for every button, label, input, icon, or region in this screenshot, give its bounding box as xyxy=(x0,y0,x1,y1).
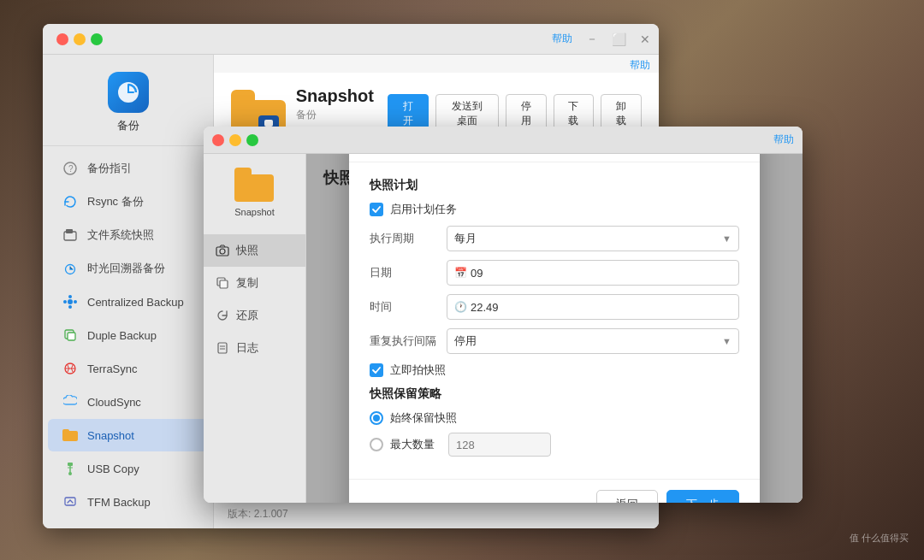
immediate-label: 立即拍快照 xyxy=(390,363,446,378)
dialog-titlebar: 创建快照任务 × xyxy=(349,154,760,162)
dialog-body: 快照计划 启用计划任务 执行周期 每月 xyxy=(349,162,760,479)
usbcopy-label: USB Copy xyxy=(87,463,139,475)
next-button[interactable]: 下一步 xyxy=(666,490,739,503)
sidebar-item-duple[interactable]: Duple Backup xyxy=(48,319,208,351)
enable-schedule-checkbox[interactable] xyxy=(370,203,383,216)
nav-item-restore[interactable]: 还原 xyxy=(204,299,305,332)
svg-rect-12 xyxy=(68,333,75,340)
sidebar-item-tfm[interactable]: TFM Backup xyxy=(48,486,208,518)
sidebar-item-snapshot[interactable]: Snapshot xyxy=(48,419,208,451)
expand-icon[interactable]: ⬜ xyxy=(612,32,626,46)
svg-point-8 xyxy=(68,305,72,309)
svg-rect-21 xyxy=(220,280,228,288)
schedule-section-title: 快照计划 xyxy=(370,178,739,193)
minimize-icon[interactable]: － xyxy=(586,32,598,47)
period-select[interactable]: 每月 ▼ xyxy=(447,226,739,251)
usb-icon xyxy=(62,460,79,477)
date-row: 日期 📅 09 xyxy=(370,260,739,286)
snap-minimize-btn[interactable] xyxy=(229,134,241,146)
sidebar-item-centralized[interactable]: Centralized Backup xyxy=(48,286,208,318)
app-sub: 备份 xyxy=(296,108,374,122)
immediate-row: 立即拍快照 xyxy=(370,363,739,378)
sidebar-item-timemachine[interactable]: 时光回溯器备份 xyxy=(48,252,208,285)
period-chevron: ▼ xyxy=(722,233,732,244)
main-titlebar: 帮助 － ⬜ ✕ xyxy=(43,24,659,55)
nav-log-label: 日志 xyxy=(236,340,258,356)
maximize-btn[interactable] xyxy=(91,33,103,45)
snap-icon-area: Snapshot xyxy=(234,168,275,217)
nav-item-snapshot[interactable]: 快照 xyxy=(204,234,305,267)
restore-icon xyxy=(216,309,229,322)
snap-close-btn[interactable] xyxy=(212,134,224,146)
max-count-row: 最大数量 xyxy=(370,433,739,457)
sidebar-item-cloudsync[interactable]: CloudSync xyxy=(48,386,208,418)
snapshot-titlebar: 帮助 xyxy=(204,127,803,154)
copy-icon xyxy=(216,276,229,290)
keep-forever-radio[interactable] xyxy=(370,411,383,425)
detail-help-link[interactable]: 帮助 xyxy=(214,55,659,73)
centralized-label: Centralized Backup xyxy=(87,296,184,309)
snapshot-label: Snapshot xyxy=(87,429,134,442)
minimize-btn[interactable] xyxy=(74,33,86,45)
svg-point-7 xyxy=(68,295,72,298)
snapshot-window: 帮助 Snapshot 快照 复制 xyxy=(204,127,803,503)
svg-point-16 xyxy=(68,472,72,475)
sidebar-item-rsync[interactable]: Rsync 备份 xyxy=(48,186,208,218)
clock-icon: 🕐 xyxy=(454,301,467,313)
svg-point-9 xyxy=(63,300,67,304)
svg-point-19 xyxy=(220,249,225,254)
svg-text:?: ? xyxy=(68,164,74,174)
tfm-label: TFM Backup xyxy=(87,496,151,509)
repeat-select[interactable]: 停用 ▼ xyxy=(447,328,739,354)
repeat-chevron: ▼ xyxy=(722,336,732,346)
svg-rect-4 xyxy=(66,229,73,233)
dialog-overlay: 创建快照任务 × 快照计划 启用计划任务 xyxy=(306,154,803,503)
titlebar-buttons xyxy=(212,134,258,146)
svg-rect-17 xyxy=(65,498,75,505)
nav-item-log[interactable]: 日志 xyxy=(204,332,305,364)
sidebar-header: 备份 xyxy=(43,55,213,146)
immediate-checkbox[interactable] xyxy=(370,363,383,377)
date-input[interactable]: 📅 09 xyxy=(447,260,739,286)
snap-help-link[interactable]: 帮助 xyxy=(773,133,794,147)
calendar-icon: 📅 xyxy=(454,267,467,279)
time-value: 22.49 xyxy=(471,301,499,314)
centralized-icon xyxy=(62,293,79,310)
nav-item-copy[interactable]: 复制 xyxy=(204,267,305,299)
sidebar-item-usbcopy[interactable]: USB Copy xyxy=(48,452,208,485)
nav-copy-label: 复制 xyxy=(236,275,258,291)
max-count-radio[interactable] xyxy=(370,438,383,451)
retention-section-title: 快照保留策略 xyxy=(370,386,739,402)
snap-maximize-btn[interactable] xyxy=(246,134,258,146)
repeat-value: 停用 xyxy=(454,333,477,349)
date-value: 09 xyxy=(471,267,483,280)
sidebar: 备份 ? 备份指引 Rsync 备份 xyxy=(43,55,214,528)
time-input[interactable]: 🕐 22.49 xyxy=(447,294,739,320)
timemachine-label: 时光回溯器备份 xyxy=(87,261,165,276)
cancel-button[interactable]: 返回 xyxy=(596,490,658,503)
max-count-input[interactable] xyxy=(448,433,551,457)
enable-schedule-label: 启用计划任务 xyxy=(390,202,457,217)
nav-restore-label: 还原 xyxy=(236,308,258,323)
period-value: 每月 xyxy=(454,231,477,246)
app-icon xyxy=(108,72,149,113)
filesystem-label: 文件系统快照 xyxy=(87,227,154,243)
timemachine-icon xyxy=(62,260,79,277)
date-label: 日期 xyxy=(370,265,438,280)
close-btn[interactable] xyxy=(56,33,68,45)
terrasync-label: TerraSync xyxy=(87,363,138,375)
folder-icon xyxy=(62,427,79,444)
repeat-label: 重复执行间隔 xyxy=(370,333,438,349)
sidebar-item-filesystem[interactable]: 文件系统快照 xyxy=(48,219,208,251)
close-icon[interactable]: ✕ xyxy=(640,32,650,46)
sidebar-item-guide[interactable]: ? 备份指引 xyxy=(48,152,208,185)
help-link-main[interactable]: 帮助 xyxy=(552,32,572,46)
filesystem-icon xyxy=(62,227,79,244)
sidebar-item-terrasync[interactable]: TerraSync xyxy=(48,352,208,385)
time-label: 时间 xyxy=(370,299,438,315)
period-label: 执行周期 xyxy=(370,231,438,246)
svg-rect-22 xyxy=(218,343,227,353)
svg-point-10 xyxy=(74,300,77,304)
version-bar: 版本: 2.1.007 xyxy=(214,499,659,528)
camera-icon xyxy=(216,244,229,257)
